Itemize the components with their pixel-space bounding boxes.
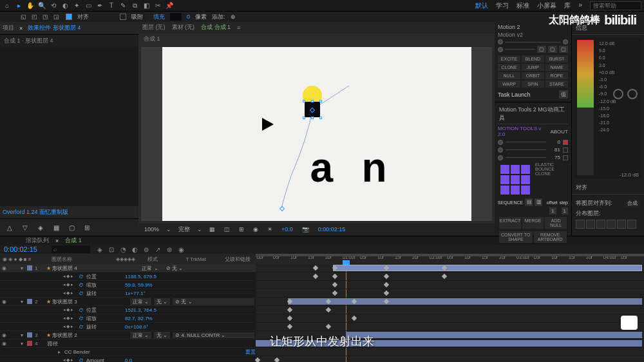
align-target-dropdown[interactable]: 合成 — [625, 199, 640, 207]
keyframe-nav[interactable]: ◂ ◆ ▸ — [58, 307, 79, 312]
letter-n-text[interactable]: n — [362, 144, 387, 191]
btn-stare[interactable]: STARE — [545, 81, 568, 88]
resize-handle-tl[interactable] — [303, 100, 305, 102]
timeline-track-row[interactable] — [256, 281, 644, 289]
stroke-px-value[interactable]: 0 — [187, 14, 190, 20]
btn-rope[interactable]: ROPE — [545, 72, 568, 79]
keyframe-nav[interactable]: ◂ ◆ ▸ — [58, 291, 79, 296]
task-launch-button[interactable]: 值 — [559, 90, 568, 99]
tab-render-queue[interactable]: 渲染队列 — [26, 236, 49, 245]
layer-row[interactable]: ◉ ▾ 3 ★ 形状图层 2 正常 ⌄ 无 ⌄ ⊘ 4. NULL CONTR … — [0, 331, 256, 339]
tl-frame-blend-icon[interactable]: ◐ — [130, 245, 139, 254]
layer-clip[interactable] — [333, 265, 642, 271]
anchor-bl[interactable] — [500, 186, 509, 195]
exposure-value[interactable]: +0.0 — [279, 226, 295, 233]
tab-comp1[interactable]: 合成 1 — [65, 236, 82, 245]
extract-button[interactable]: EXTRACT — [499, 217, 521, 229]
timeline-ruler[interactable]: :00f05f10f15f20f01:00f05f10f15f20f02:00f… — [256, 254, 644, 264]
align-vcenter-icon[interactable] — [617, 220, 626, 229]
mt-slider-1[interactable] — [506, 142, 546, 142]
twirl-icon[interactable]: ▾ — [21, 332, 26, 338]
anchor-opt-3[interactable]: ◳ — [41, 14, 50, 20]
bounce-option[interactable]: BOUNCE — [535, 167, 568, 171]
elastic-option[interactable]: ELASTIC — [535, 162, 568, 167]
merge-button[interactable]: MERGE — [522, 217, 544, 229]
letter-a-text[interactable]: a — [310, 144, 334, 191]
property-row[interactable]: ◂ ◆ ▸ ⏱ 旋转 1x+77.1° — [0, 289, 256, 298]
fill-color-swatch[interactable] — [170, 13, 182, 21]
anchor-mc[interactable] — [511, 175, 520, 184]
add-dropdown-icon[interactable]: ⊕ — [231, 14, 236, 20]
align-hcenter-icon[interactable] — [586, 220, 595, 229]
btn-excite[interactable]: EXCITE — [498, 55, 520, 62]
parent-dropdown[interactable]: ⊘ 无 ⌄ — [164, 265, 254, 272]
hand-tool-icon[interactable]: ✋ — [26, 1, 35, 10]
mt-box-1[interactable] — [563, 140, 568, 145]
property-value[interactable]: 0.0 — [125, 357, 132, 363]
mt-slider-2[interactable] — [506, 149, 546, 150]
overlord-tool-4[interactable]: ▦ — [50, 222, 62, 233]
effect-reset[interactable]: 重置 — [245, 348, 256, 356]
visibility-toggle[interactable]: ◉ — [0, 299, 8, 305]
col-layer-name[interactable]: 图层名称 — [52, 256, 116, 263]
visibility-toggle[interactable]: ◉ — [0, 332, 8, 338]
resolution-dropdown[interactable]: 完整 — [176, 225, 192, 234]
keyframe-nav[interactable]: ◂ ◆ ▸ — [58, 274, 79, 279]
overlord-tool-2[interactable]: ▽ — [19, 222, 31, 233]
resize-handle-bl[interactable] — [303, 117, 305, 119]
rect-tool-icon[interactable]: ▭ — [84, 1, 93, 10]
viewport-tab-layer[interactable]: 图层 (无) — [142, 23, 166, 32]
offset-value[interactable]: 1 — [549, 207, 556, 214]
btn-name[interactable]: NAME — [545, 64, 568, 71]
anchor-tl[interactable] — [500, 165, 509, 174]
keyframe-diamond[interactable] — [384, 274, 389, 279]
mt-box-2[interactable] — [563, 148, 568, 153]
property-row[interactable]: ◂ ◆ ▸ ⏱ 位置 1521.3, 764.5 — [0, 306, 256, 314]
stopwatch-icon[interactable]: ⏱ — [79, 291, 86, 296]
twirl-icon[interactable]: ▾ — [21, 341, 26, 347]
effect-name[interactable]: CC Bender — [64, 349, 245, 355]
stopwatch-icon[interactable]: ⏱ — [79, 307, 86, 313]
workspace-small[interactable]: 小屏幕 — [537, 1, 556, 10]
workspace-learn[interactable]: 学习 — [496, 1, 509, 10]
motion2-knob-1[interactable] — [498, 39, 503, 44]
blend-mode-dropdown[interactable]: 正常 ⌄ — [130, 332, 151, 339]
layer-row[interactable]: ◉ ▾ 1 ★ 形状图层 4 正常 ⌄ ⊘ 无 ⌄ — [0, 264, 256, 272]
tab-close-icon[interactable]: × — [55, 238, 59, 244]
property-value[interactable]: 59.8, 59.9% — [125, 282, 153, 288]
tl-autokeyframe-icon[interactable]: ◉ — [176, 245, 185, 254]
puppet-tool-icon[interactable]: 📌 — [165, 1, 174, 10]
keyframe-diamond[interactable] — [332, 282, 337, 287]
overlord-tool-6[interactable]: ⊞ — [81, 222, 93, 233]
overlord-tool-5[interactable]: ▢ — [66, 222, 77, 233]
orbit-tool-icon[interactable]: ⟲ — [49, 1, 58, 10]
stopwatch-icon[interactable]: ⏱ — [79, 316, 86, 321]
col-mode[interactable]: 模式 — [147, 256, 186, 263]
stopwatch-icon[interactable]: ⏱ — [79, 274, 86, 280]
tl-draft3d-icon[interactable]: ⊡ — [107, 245, 116, 254]
motion2-slider-1[interactable] — [505, 42, 561, 43]
btn-spin[interactable]: SPIN — [522, 81, 544, 88]
zoom-dropdown[interactable]: 100% — [142, 226, 161, 233]
triangle-shape[interactable] — [262, 118, 274, 131]
eraser-tool-icon[interactable]: ◧ — [142, 1, 151, 10]
anchor-br[interactable] — [521, 186, 530, 195]
blend-mode-dropdown[interactable]: 正常 ⌄ — [139, 265, 160, 272]
trkmat-dropdown[interactable]: 无 ⌄ — [154, 332, 170, 339]
property-row[interactable]: ◂ ◆ ▸ ⏱ Amount 0.0 — [0, 356, 256, 362]
vu-knob-2[interactable] — [613, 89, 623, 99]
twirl-icon[interactable]: ▾ — [21, 265, 26, 271]
keyframe-diamond[interactable] — [384, 282, 389, 287]
motion2-slider-2[interactable] — [505, 49, 535, 50]
timeline-track-row[interactable] — [256, 323, 644, 331]
btn-jump[interactable]: JUMP — [522, 64, 544, 71]
anchor-tool-icon[interactable]: ✦ — [72, 1, 81, 10]
snapshot-icon[interactable]: 📷 — [300, 226, 311, 233]
property-value[interactable]: 0x+108.6° — [125, 324, 148, 330]
tl-shy-icon[interactable]: ◔ — [118, 245, 128, 254]
workspace-default[interactable]: 默认 — [475, 1, 488, 10]
pen-tool-icon[interactable]: ✒ — [95, 1, 104, 10]
keyframe-diamond[interactable] — [287, 324, 292, 329]
timeline-track-row[interactable] — [256, 298, 644, 306]
resize-handle-b[interactable] — [311, 117, 314, 119]
